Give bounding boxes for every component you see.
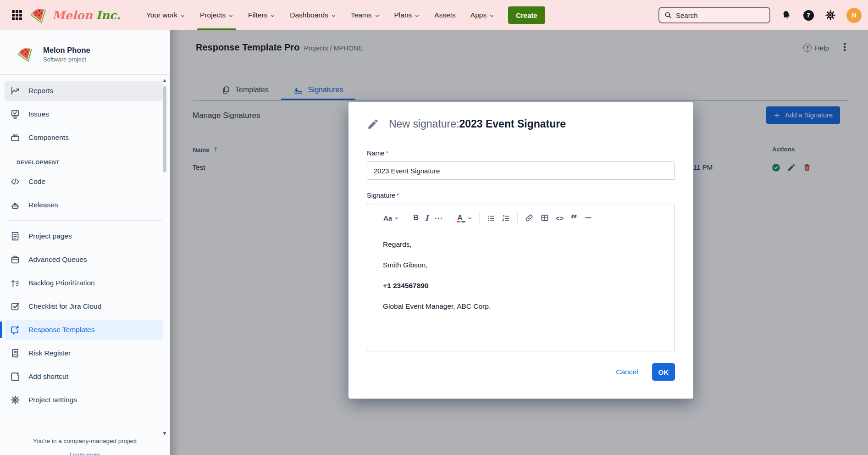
nav-apps[interactable]: Apps bbox=[463, 0, 502, 30]
pages-document-icon bbox=[10, 231, 20, 241]
nav-projects[interactable]: Projects bbox=[193, 0, 241, 30]
sidebar-item-releases[interactable]: Releases bbox=[5, 195, 163, 215]
scroll-down-icon[interactable]: ▼ bbox=[162, 431, 167, 436]
dialog-title: New signature:2023 Event Signature bbox=[389, 118, 566, 130]
nav-teams[interactable]: Teams bbox=[343, 0, 387, 30]
sidebar-item-label: Issues bbox=[28, 110, 49, 118]
sidebar-item-risk-register[interactable]: Risk Register bbox=[5, 343, 163, 363]
signature-line: Smith Gibson, bbox=[383, 261, 659, 270]
sidebar-item-label: Checklist for Jira Cloud bbox=[28, 302, 101, 311]
user-avatar[interactable]: N bbox=[846, 8, 862, 23]
sidebar-item-components[interactable]: Components bbox=[5, 128, 163, 148]
text-color-button[interactable]: A bbox=[454, 212, 475, 224]
sidebar-item-response-templates[interactable]: Response Templates bbox=[5, 320, 163, 340]
sidebar-item-label: Backlog Prioritization bbox=[28, 279, 95, 287]
add-shortcut-plus-icon bbox=[10, 372, 20, 382]
nav-plans[interactable]: Plans bbox=[387, 0, 427, 30]
project-sidebar: Melon Phone Software project Reports Iss… bbox=[0, 30, 170, 455]
app-switcher-icon[interactable] bbox=[12, 10, 22, 20]
sidebar-item-add-shortcut[interactable]: Add shortcut bbox=[5, 366, 163, 387]
releases-ship-icon bbox=[10, 200, 20, 210]
sidebar-item-backlog-prioritization[interactable]: Backlog Prioritization bbox=[5, 273, 163, 293]
topbar-right-cluster: ? N bbox=[658, 0, 862, 30]
table-icon[interactable] bbox=[537, 211, 553, 224]
brand-name-secondary: Inc. bbox=[96, 9, 121, 22]
top-navigation-bar: MelonInc. Your work Projects Filters Das… bbox=[0, 0, 868, 30]
sidebar-item-reports[interactable]: Reports bbox=[5, 81, 163, 101]
queues-box-icon bbox=[10, 255, 20, 265]
link-icon[interactable] bbox=[521, 211, 537, 224]
sidebar-item-code[interactable]: Code bbox=[5, 172, 163, 192]
checklist-checkbox-icon bbox=[10, 301, 20, 311]
watermelon-logo-icon bbox=[29, 6, 49, 25]
dialog-footer: Cancel OK bbox=[367, 363, 675, 381]
nav-filters[interactable]: Filters bbox=[241, 0, 282, 30]
bold-button[interactable]: B bbox=[410, 212, 422, 224]
cancel-button[interactable]: Cancel bbox=[616, 368, 638, 376]
rich-text-editor: Aa B I ··· A bbox=[367, 204, 675, 351]
code-icon bbox=[10, 177, 20, 187]
ok-button[interactable]: OK bbox=[652, 363, 675, 381]
sidebar-item-label: Code bbox=[28, 178, 45, 186]
search-input[interactable] bbox=[676, 11, 754, 19]
chevron-down-icon bbox=[228, 13, 233, 18]
project-header: Melon Phone Software project bbox=[0, 30, 170, 74]
sidebar-item-issues[interactable]: Issues bbox=[5, 104, 163, 124]
toolbar-separator bbox=[450, 212, 450, 224]
brand-logo[interactable]: MelonInc. bbox=[29, 6, 121, 25]
sidebar-item-label: Project pages bbox=[28, 232, 72, 240]
name-field-label: Name* bbox=[367, 150, 675, 157]
more-formatting-button[interactable]: ··· bbox=[431, 212, 446, 224]
chevron-down-icon bbox=[375, 13, 380, 18]
nav-assets[interactable]: Assets bbox=[427, 0, 463, 30]
nav-your-work[interactable]: Your work bbox=[139, 0, 193, 30]
numbered-list-icon[interactable] bbox=[498, 212, 514, 224]
italic-button[interactable]: I bbox=[422, 212, 431, 224]
learn-more-link[interactable]: Learn more bbox=[0, 451, 170, 455]
sidebar-scrollbar[interactable]: ▲ ▼ bbox=[162, 78, 167, 436]
signature-line-phone: +1 234567890 bbox=[383, 281, 659, 290]
brand-name-primary: Melon bbox=[52, 9, 93, 22]
bullet-list-icon[interactable] bbox=[483, 212, 498, 224]
sidebar-item-label: Risk Register bbox=[28, 349, 71, 357]
notifications-bell-icon[interactable] bbox=[780, 9, 792, 21]
edit-pencil-icon bbox=[367, 118, 379, 130]
main-content: Response Template Pro Projects / MPHONE … bbox=[170, 30, 868, 455]
create-button[interactable]: Create bbox=[508, 6, 545, 24]
sidebar-item-project-pages[interactable]: Project pages bbox=[5, 226, 163, 246]
required-asterisk: * bbox=[386, 150, 389, 157]
help-icon[interactable]: ? bbox=[802, 9, 814, 21]
search-box[interactable] bbox=[658, 7, 770, 23]
risk-book-icon bbox=[10, 348, 20, 358]
quote-button[interactable]: ” bbox=[567, 211, 581, 224]
text-style-button[interactable]: Aa bbox=[380, 212, 402, 224]
project-type-note: You're in a company-managed project bbox=[0, 438, 170, 444]
scroll-up-icon[interactable]: ▲ bbox=[162, 78, 167, 83]
horizontal-rule-icon[interactable] bbox=[581, 212, 596, 224]
sidebar-item-label: Releases bbox=[28, 201, 58, 209]
project-name: Melon Phone bbox=[43, 46, 90, 55]
divider bbox=[7, 220, 162, 221]
signature-line: Global Event Manager, ABC Corp. bbox=[383, 302, 659, 311]
sort-arrow-lines-icon bbox=[10, 278, 20, 288]
code-snippet-button[interactable]: <> bbox=[553, 212, 567, 224]
reports-icon bbox=[10, 86, 20, 96]
signature-editor-content[interactable]: Regards, Smith Gibson, +1 234567890 Glob… bbox=[367, 225, 674, 341]
sidebar-item-advanced-queues[interactable]: Advanced Queues bbox=[5, 250, 163, 270]
sidebar-item-label: Project settings bbox=[28, 396, 77, 404]
toolbar-separator bbox=[406, 212, 406, 224]
scrollbar-thumb[interactable] bbox=[163, 86, 166, 172]
sidebar-item-label: Components bbox=[28, 133, 69, 142]
nav-dashboards[interactable]: Dashboards bbox=[282, 0, 343, 30]
toolbar-separator bbox=[479, 212, 480, 224]
settings-gear-icon[interactable] bbox=[824, 9, 836, 21]
sidebar-item-project-settings[interactable]: Project settings bbox=[5, 390, 163, 410]
sidebar-item-checklist[interactable]: Checklist for Jira Cloud bbox=[5, 296, 163, 316]
editor-toolbar: Aa B I ··· A bbox=[367, 204, 674, 225]
dialog-header: New signature:2023 Event Signature bbox=[367, 118, 675, 130]
signature-field-label: Signature* bbox=[367, 192, 675, 199]
name-field[interactable] bbox=[367, 161, 675, 180]
search-icon bbox=[664, 11, 672, 19]
response-templates-icon bbox=[10, 325, 20, 335]
sidebar-section-development: DEVELOPMENT bbox=[17, 160, 170, 165]
